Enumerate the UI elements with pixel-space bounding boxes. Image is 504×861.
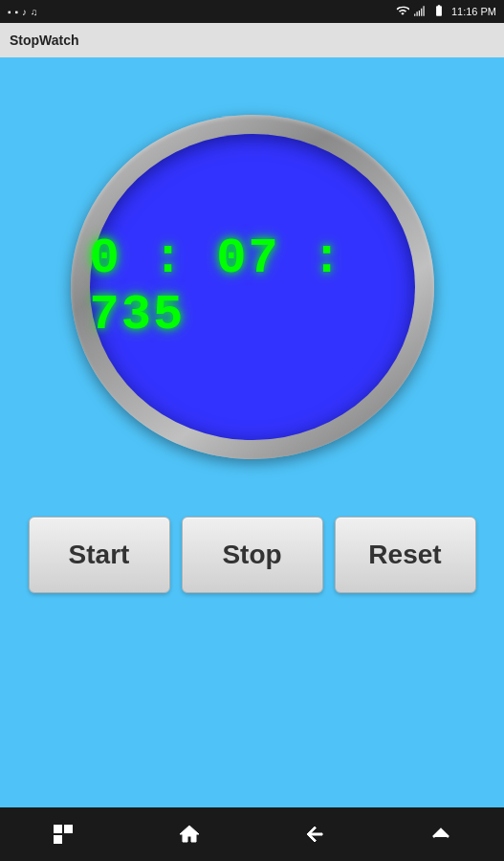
- buttons-row: Start Stop Reset: [23, 517, 482, 593]
- music-icon: ♫: [31, 7, 38, 17]
- menu-button[interactable]: [417, 815, 465, 853]
- time-display: 0 : 07 : 735: [90, 231, 415, 343]
- main-content: 0 : 07 : 735 Start Stop Reset: [0, 57, 504, 807]
- status-icons-right: 11:16 PM: [396, 4, 496, 19]
- svg-rect-2: [55, 836, 61, 843]
- start-button[interactable]: Start: [29, 517, 170, 593]
- stopwatch-dial: 0 : 07 : 735: [90, 134, 415, 440]
- recent-apps-button[interactable]: [39, 815, 87, 853]
- status-bar: ▪ ▪ ♪ ♫ 11:16 PM: [0, 0, 504, 23]
- tablet-icon: ▪: [15, 7, 19, 17]
- stopwatch-outer-ring: 0 : 07 : 735: [71, 115, 434, 459]
- stopwatch-container: 0 : 07 : 735: [71, 115, 434, 459]
- svg-rect-1: [65, 826, 72, 832]
- headphone-icon: ♪: [22, 7, 27, 17]
- wifi-icon: [396, 4, 409, 19]
- stop-button[interactable]: Stop: [182, 517, 323, 593]
- time-display-status: 11:16 PM: [451, 6, 496, 17]
- status-icons-left: ▪ ▪ ♪ ♫: [8, 7, 38, 17]
- svg-rect-0: [55, 826, 61, 832]
- battery-icon: [430, 4, 448, 19]
- navigation-bar: [0, 807, 504, 861]
- back-button[interactable]: [291, 815, 339, 853]
- reset-button[interactable]: Reset: [335, 517, 476, 593]
- app-title: StopWatch: [10, 33, 79, 48]
- signal-icon: [413, 4, 427, 19]
- sd-card-icon: ▪: [8, 7, 11, 17]
- title-bar: StopWatch: [0, 23, 504, 57]
- home-button[interactable]: [165, 815, 213, 853]
